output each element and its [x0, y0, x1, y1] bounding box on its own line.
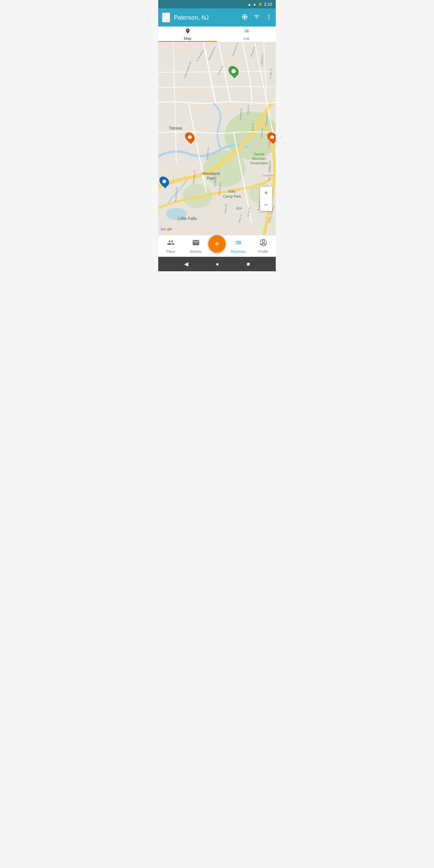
svg-rect-47: [236, 244, 236, 244]
home-button[interactable]: ●: [216, 261, 219, 267]
svg-text:Little Falls: Little Falls: [178, 216, 197, 221]
more-options-button[interactable]: [266, 13, 272, 22]
tab-list-label: List: [243, 36, 249, 41]
map-pin-orange1[interactable]: [186, 132, 194, 143]
back-button[interactable]: ◀: [184, 261, 188, 267]
profile-icon: [259, 239, 267, 248]
svg-rect-45: [236, 241, 236, 241]
wifi-icon: ▲: [247, 2, 251, 7]
nav-item-place[interactable]: Place: [158, 236, 183, 257]
list-tab-icon: [244, 28, 250, 36]
svg-text:Garrett: Garrett: [254, 152, 264, 156]
svg-text:Park: Park: [207, 176, 215, 181]
nav-item-notices[interactable]: Notices: [183, 236, 208, 257]
svg-text:Woodland: Woodland: [202, 171, 220, 176]
nav-place-label: Place: [166, 250, 175, 254]
header-actions: [241, 13, 272, 22]
map-pin-orange2[interactable]: [268, 132, 276, 143]
tab-map[interactable]: Map: [158, 27, 217, 42]
svg-text:Crooks Ave: Crooks Ave: [262, 174, 275, 177]
status-bar: ▲ ▲ ⚡ 2:10: [158, 0, 276, 8]
status-icons: ▲ ▲ ⚡ 2:10: [247, 2, 272, 7]
nav-notices-label: Notices: [190, 250, 202, 254]
google-logo: Google: [161, 227, 172, 231]
my-location-button[interactable]: [241, 13, 248, 22]
signal-icon: ▲: [253, 2, 256, 6]
notices-icon: [192, 239, 200, 248]
svg-text:Reservation: Reservation: [250, 161, 268, 165]
nav-item-profile[interactable]: Profile: [251, 236, 276, 257]
search-button[interactable]: [162, 12, 170, 23]
map-pin-paterson[interactable]: [229, 65, 238, 77]
svg-text:Mountain: Mountain: [252, 157, 266, 160]
map-view[interactable]: W Broadway Chamberlain Ave Union Ave Red…: [158, 42, 276, 235]
battery-icon: ⚡: [258, 2, 262, 6]
svg-text:Rifle: Rifle: [228, 190, 236, 194]
zoom-out-button[interactable]: −: [260, 199, 272, 211]
nav-profile-label: Profile: [258, 250, 268, 254]
svg-rect-46: [236, 242, 236, 243]
svg-point-48: [262, 240, 265, 243]
map-pin-blue[interactable]: [160, 176, 168, 187]
app-header: Paterson, NJ: [158, 8, 276, 27]
svg-text:Totowa: Totowa: [169, 126, 182, 130]
view-tabs: Map List: [158, 27, 276, 42]
nav-requests-label: Requests: [230, 250, 246, 254]
zoom-in-button[interactable]: +: [260, 187, 272, 199]
svg-point-2: [204, 151, 246, 187]
svg-text:614: 614: [236, 207, 242, 210]
nav-fab-container: +: [208, 238, 226, 255]
nav-item-requests[interactable]: Requests: [226, 236, 251, 257]
location-title: Paterson, NJ: [174, 14, 238, 21]
recent-button[interactable]: ■: [247, 261, 250, 267]
tab-list[interactable]: List: [217, 27, 276, 42]
system-navigation: ◀ ● ■: [158, 257, 276, 271]
map-svg: W Broadway Chamberlain Ave Union Ave Red…: [158, 42, 276, 235]
bottom-navigation: Place Notices + Requests: [158, 235, 276, 257]
map-tab-icon: [185, 28, 191, 36]
requests-icon: [235, 239, 242, 248]
place-icon: [167, 239, 175, 248]
add-button[interactable]: +: [208, 235, 226, 253]
status-time: 2:10: [264, 2, 272, 7]
tab-map-label: Map: [184, 36, 191, 41]
svg-text:Camp Park: Camp Park: [223, 194, 241, 198]
zoom-controls: + −: [260, 187, 272, 211]
filter-button[interactable]: [253, 13, 260, 22]
